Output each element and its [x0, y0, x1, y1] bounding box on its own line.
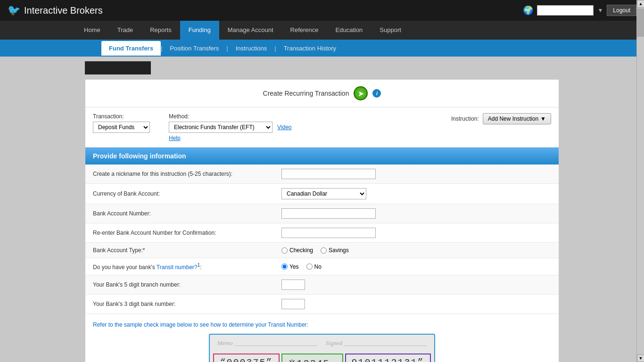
nickname-label: Create a nickname for this instruction (… — [93, 171, 281, 177]
checking-text: Checking — [289, 247, 313, 254]
check-num-value: 000375 — [226, 357, 266, 362]
recurring-label: Create Recurring Transaction — [263, 90, 349, 97]
nav-education[interactable]: Education — [327, 21, 372, 40]
main-nav: Home Trade Reports Funding Manage Accoun… — [0, 21, 644, 40]
account-num-value: 9101112131 — [352, 357, 418, 362]
nickname-input-wrapper — [281, 169, 551, 179]
subnav-instructions[interactable]: Instructions — [228, 41, 274, 56]
account-confirm-input-wrapper — [281, 228, 551, 238]
transit-label: Do you have your bank's Transit number?1… — [93, 263, 281, 271]
checking-radio[interactable] — [281, 247, 288, 254]
transaction-label: Transaction: — [93, 113, 150, 120]
yes-text: Yes — [289, 263, 299, 270]
bank-number-label: Your Bank's 3 digit bank number: — [93, 301, 281, 307]
account-number-box: 9101112131” — [345, 354, 431, 362]
nickname-input[interactable] — [281, 169, 376, 179]
nav-reference[interactable]: Reference — [282, 21, 327, 40]
transaction-select[interactable]: Deposit Funds Withdraw Funds — [93, 122, 150, 133]
method-select[interactable]: Electronic Funds Transfer (EFT) Wire Tra… — [169, 122, 272, 133]
check-image: Memo ___________________________ Signed … — [209, 334, 435, 362]
nav-manage-account[interactable]: Manage Account — [219, 21, 282, 40]
no-label[interactable]: No — [306, 263, 322, 270]
account-confirm-input[interactable] — [281, 228, 376, 238]
transit-link[interactable]: Transit number? — [157, 264, 198, 271]
nav-support[interactable]: Support — [371, 21, 410, 40]
instruction-group: Instruction: Add New Instruction ▼ — [451, 113, 551, 124]
top-right: 🌍 ▼ Logout — [523, 5, 636, 16]
subnav-transaction-history[interactable]: Transaction History — [276, 41, 344, 56]
account-bar — [85, 61, 151, 74]
savings-text: Savings — [329, 247, 349, 254]
info-icon[interactable]: i — [372, 89, 381, 98]
account-dropdown-arrow[interactable]: ▼ — [597, 7, 603, 14]
scroll-thumb[interactable] — [637, 8, 644, 37]
account-type-label: Bank Account Type:* — [93, 247, 281, 254]
scroll-down-arrow[interactable]: ▼ — [637, 354, 644, 362]
logo-area: 🐦 Interactive Brokers — [8, 4, 103, 16]
recurring-bar: Create Recurring Transaction ➤ i — [85, 80, 559, 107]
check-intro: Refer to the sample check image below to… — [93, 321, 551, 328]
currency-input-wrapper: Canadian Dollar US Dollar Euro — [281, 188, 551, 199]
check-memo-line: Memo ___________________________ Signed … — [217, 339, 427, 347]
check-image-container: Memo ___________________________ Signed … — [93, 334, 551, 362]
account-number-label: Bank Account Number: — [93, 210, 281, 217]
instruction-label: Instruction: — [451, 115, 479, 122]
branch-num-value: 12345-678 — [288, 358, 337, 362]
check-intro-text: Refer to the sample — [93, 321, 144, 328]
form-row-nickname: Create a nickname for this instruction (… — [85, 165, 559, 184]
check-intro-suffix: to see how to determine your Transit Num… — [192, 321, 308, 328]
form-row-transit: Do you have your bank's Transit number?1… — [85, 258, 559, 275]
sub-nav: Fund Transfers | Position Transfers | In… — [0, 40, 644, 57]
branch-number-box: ※12345-678※ — [281, 354, 343, 362]
recurring-button[interactable]: ➤ — [354, 86, 368, 100]
account-input[interactable] — [537, 5, 594, 16]
currency-select[interactable]: Canadian Dollar US Dollar Euro — [281, 188, 366, 199]
help-link[interactable]: Help — [169, 135, 291, 141]
savings-radio[interactable] — [321, 247, 327, 254]
scroll-up-arrow[interactable]: ▲ — [637, 0, 644, 8]
logo-icon: 🐦 — [8, 4, 20, 16]
nav-trade[interactable]: Trade — [109, 21, 141, 40]
logout-button[interactable]: Logout — [607, 5, 636, 16]
check-image-link[interactable]: check image below — [144, 321, 192, 328]
method-value: Electronic Funds Transfer (EFT) Wire Tra… — [169, 122, 291, 133]
world-icon: 🌍 — [523, 5, 533, 16]
yes-label[interactable]: Yes — [281, 263, 299, 270]
memo-label: Memo ___________________________ — [217, 339, 317, 347]
check-number-box: “000375” — [213, 354, 279, 362]
bank-number-input[interactable] — [281, 299, 305, 309]
add-instruction-button[interactable]: Add New Instruction ▼ — [483, 113, 551, 124]
form-row-account-type: Bank Account Type:* Checking Savings — [85, 243, 559, 258]
account-number-input[interactable] — [281, 208, 376, 219]
branch-input-wrapper — [281, 280, 551, 290]
main-panel: Create Recurring Transaction ➤ i Transac… — [85, 79, 559, 362]
logo-text: Interactive Brokers — [24, 5, 103, 16]
currency-label: Currency of Bank Account: — [93, 190, 281, 197]
yes-radio[interactable] — [281, 263, 288, 270]
account-confirm-label: Re-enter Bank Account Number for Confirm… — [93, 230, 281, 236]
add-instruction-arrow: ▼ — [540, 115, 546, 122]
nav-home[interactable]: Home — [75, 21, 109, 40]
content-area: Create Recurring Transaction ➤ i Transac… — [0, 57, 644, 362]
transaction-field-group: Transaction: Deposit Funds Withdraw Fund… — [93, 113, 150, 133]
video-link[interactable]: Video — [277, 124, 291, 131]
scrollbar[interactable]: ▲ ▼ — [636, 0, 644, 362]
signed-label: Signed ___________________________ — [326, 339, 427, 347]
branch-label: Your Bank's 5 digit branch number: — [93, 281, 281, 288]
account-type-radio-group: Checking Savings — [281, 247, 551, 254]
section-header: Provide following information — [85, 148, 559, 165]
nav-reports[interactable]: Reports — [141, 21, 180, 40]
form-row-account-number: Bank Account Number: — [85, 204, 559, 223]
top-bar: 🐦 Interactive Brokers 🌍 ▼ Logout — [0, 0, 644, 21]
nav-funding[interactable]: Funding — [180, 21, 219, 40]
method-field-group: Method: Electronic Funds Transfer (EFT) … — [169, 113, 291, 141]
savings-label[interactable]: Savings — [321, 247, 349, 254]
subnav-fund-transfers[interactable]: Fund Transfers — [101, 41, 161, 56]
subnav-position-transfers[interactable]: Position Transfers — [162, 41, 226, 56]
checking-label[interactable]: Checking — [281, 247, 313, 254]
no-radio[interactable] — [306, 263, 313, 270]
branch-input[interactable] — [281, 280, 305, 290]
add-instruction-label: Add New Instruction — [488, 115, 538, 122]
form-row-bank-number: Your Bank's 3 digit bank number: — [85, 295, 559, 314]
transit-radio-group: Yes No — [281, 263, 551, 270]
